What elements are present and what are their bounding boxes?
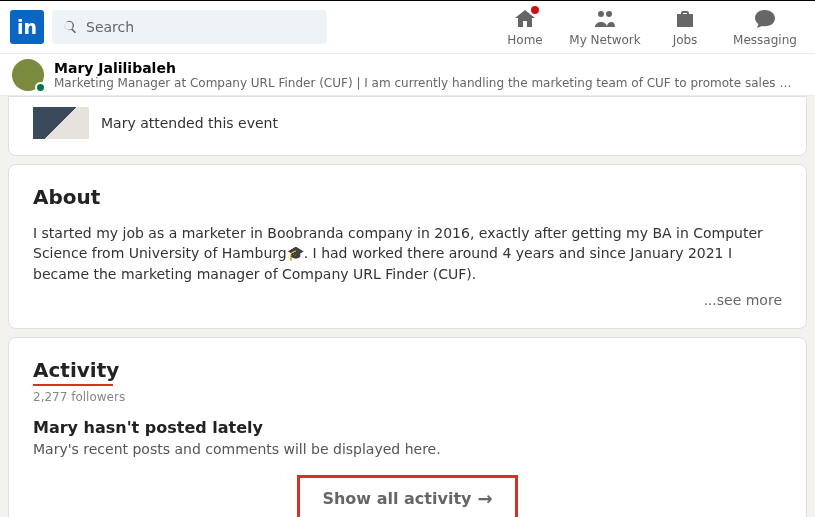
activity-card: Activity 2,277 followers Mary hasn't pos… [8,337,807,517]
event-card[interactable]: Mary attended this event [8,96,807,156]
jobs-icon [673,7,697,31]
profile-bar[interactable]: Mary Jalilibaleh Marketing Manager at Co… [0,54,815,96]
search-box[interactable]: Search [52,10,327,44]
arrow-right-icon: → [477,488,492,509]
activity-heading: Activity [33,358,119,382]
empty-subtitle: Mary's recent posts and comments will be… [33,441,782,457]
nav-home[interactable]: Home [485,7,565,47]
about-card: About I started my job as a marketer in … [8,164,807,329]
about-heading: About [33,185,782,209]
show-all-activity-button[interactable]: Show all activity → [297,475,517,517]
notification-badge [529,4,541,16]
event-thumbnail [33,107,89,139]
nav-my-network[interactable]: My Network [565,7,645,47]
about-body: I started my job as a marketer in Boobra… [33,223,782,284]
avatar [12,59,44,91]
nav-jobs[interactable]: Jobs [645,7,725,47]
search-icon [62,19,78,35]
event-text: Mary attended this event [101,115,278,131]
followers-count[interactable]: 2,277 followers [33,390,782,404]
search-placeholder: Search [86,19,134,35]
network-icon [593,7,617,31]
profile-headline: Marketing Manager at Company URL Finder … [54,76,794,90]
empty-title: Mary hasn't posted lately [33,418,782,437]
nav-messaging[interactable]: Messaging [725,7,805,47]
activity-underline [33,384,113,386]
see-more-link[interactable]: ...see more [33,292,782,308]
messaging-icon [753,7,777,31]
presence-indicator [35,82,46,93]
top-nav: in Search Home My Network Jobs Messaging [0,1,815,54]
profile-name: Mary Jalilibaleh [54,60,794,76]
linkedin-logo[interactable]: in [10,10,44,44]
